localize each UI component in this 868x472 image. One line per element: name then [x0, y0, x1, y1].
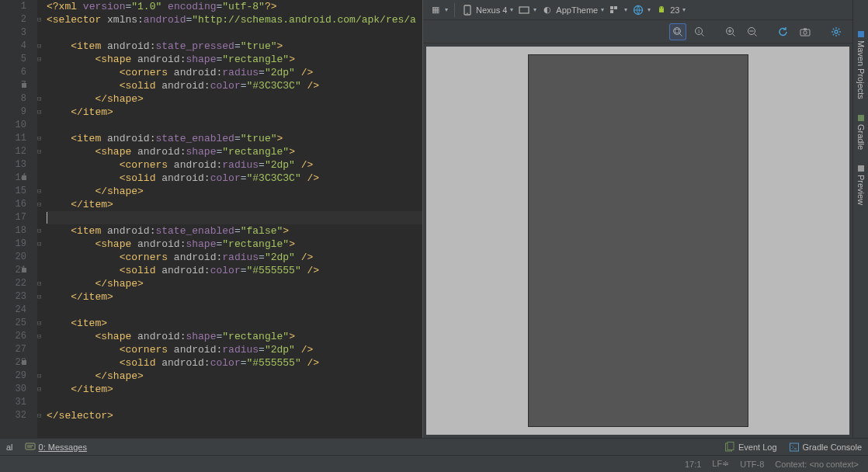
- svg-rect-19: [26, 443, 35, 449]
- theme-icon: ◐: [541, 4, 554, 16]
- line-separator[interactable]: LF≑: [712, 459, 729, 469]
- palette-icon: ▦: [429, 4, 442, 16]
- zoom-out-button[interactable]: [744, 23, 761, 40]
- preview-zoom-toolbar: 1: [423, 20, 852, 43]
- caret-position[interactable]: 17:1: [685, 460, 701, 469]
- locale-dropdown[interactable]: ▾: [632, 4, 651, 16]
- gradle-console-icon: [788, 441, 800, 453]
- api-dropdown[interactable]: 23 ▾: [655, 4, 686, 16]
- activity-dropdown[interactable]: ▾: [609, 4, 627, 16]
- svg-text:1: 1: [697, 30, 700, 34]
- svg-rect-22: [790, 443, 798, 451]
- svg-point-9: [674, 27, 681, 34]
- svg-rect-4: [614, 6, 617, 9]
- device-icon: [461, 4, 474, 16]
- device-dropdown[interactable]: Nexus 4 ▾: [461, 4, 513, 16]
- preview-canvas[interactable]: [426, 47, 849, 435]
- palette-dropdown[interactable]: ▦ ▾: [429, 4, 448, 16]
- event-log-icon: [724, 441, 736, 453]
- code-area[interactable]: <?xml version="1.0" encoding="utf-8"?><s…: [47, 0, 422, 438]
- messages-icon: [24, 441, 36, 453]
- refresh-button[interactable]: [775, 23, 792, 40]
- globe-icon: [632, 4, 644, 16]
- messages-panel-button[interactable]: 0: Messages: [24, 441, 87, 453]
- svg-rect-2: [519, 7, 529, 13]
- svg-rect-17: [804, 28, 807, 30]
- zoom-fit-button[interactable]: [669, 23, 686, 40]
- settings-button[interactable]: [828, 23, 845, 40]
- fold-column[interactable]: ⊟⊟⊟⊟⊟⊟⊟⊟⊟⊟⊟⊟⊟⊟⊟⊟⊟⊟: [37, 0, 47, 438]
- screenshot-button[interactable]: [797, 23, 814, 40]
- terminal-partial[interactable]: al: [6, 442, 13, 452]
- orientation-dropdown[interactable]: ▾: [518, 4, 536, 16]
- preview-panel-button[interactable]: Preview: [856, 165, 866, 205]
- preview-device-frame: [528, 54, 748, 427]
- theme-label: AppTheme: [556, 5, 598, 15]
- right-tool-strip: Maven Projects Gradle Preview: [852, 0, 868, 438]
- status-bar: 17:1 LF≑ UTF-8 Context: <no context>: [0, 455, 868, 472]
- layout-preview-pane: ▦ ▾ Nexus 4 ▾ ▾ ◐ AppTheme ▾: [422, 0, 852, 438]
- svg-point-16: [804, 30, 807, 33]
- line-number-gutter: 1234567891011121314151617181920212223242…: [0, 0, 37, 438]
- zoom-in-button[interactable]: [722, 23, 739, 40]
- gradle-panel-button[interactable]: Gradle: [856, 115, 866, 150]
- event-log-button[interactable]: Event Log: [724, 441, 777, 453]
- android-icon: [655, 4, 668, 16]
- context-indicator[interactable]: Context: <no context>: [775, 460, 859, 469]
- svg-rect-15: [800, 30, 810, 36]
- code-editor[interactable]: 1234567891011121314151617181920212223242…: [0, 0, 422, 438]
- svg-point-8: [662, 7, 663, 8]
- orientation-icon: [518, 4, 530, 16]
- theme-dropdown[interactable]: ◐ AppTheme ▾: [541, 4, 604, 16]
- svg-point-1: [467, 12, 468, 14]
- svg-point-18: [835, 30, 838, 33]
- maven-panel-button[interactable]: Maven Projects: [856, 31, 866, 99]
- svg-rect-10: [675, 29, 679, 33]
- bottom-tool-window-bar: al 0: Messages Event Log Gradle Console: [0, 438, 868, 455]
- config-icon: [609, 4, 621, 16]
- svg-rect-5: [610, 10, 613, 13]
- svg-rect-21: [727, 442, 734, 449]
- svg-rect-3: [610, 6, 613, 9]
- preview-config-toolbar: ▦ ▾ Nexus 4 ▾ ▾ ◐ AppTheme ▾: [423, 0, 852, 20]
- svg-point-7: [660, 7, 661, 8]
- api-label: 23: [670, 5, 679, 15]
- zoom-actual-button[interactable]: 1: [691, 23, 708, 40]
- gradle-console-button[interactable]: Gradle Console: [788, 441, 862, 453]
- device-label: Nexus 4: [476, 5, 507, 15]
- file-encoding[interactable]: UTF-8: [740, 460, 764, 469]
